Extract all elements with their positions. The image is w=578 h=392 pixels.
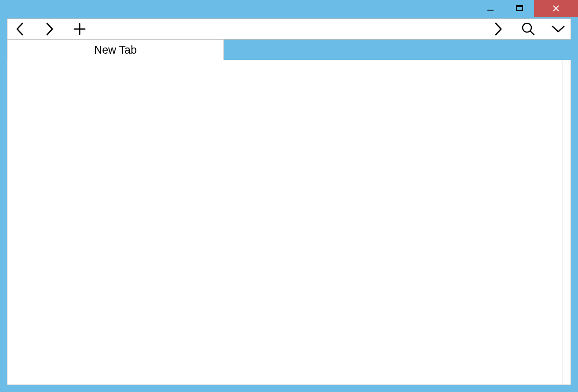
svg-point-7 bbox=[523, 23, 531, 32]
plus-icon bbox=[73, 22, 86, 36]
minimize-button[interactable] bbox=[476, 0, 505, 17]
svg-line-8 bbox=[530, 31, 534, 35]
search-button[interactable] bbox=[519, 20, 537, 38]
content-area bbox=[7, 60, 571, 385]
menu-button[interactable] bbox=[549, 20, 567, 38]
tab-strip: New Tab bbox=[7, 40, 571, 60]
go-button[interactable] bbox=[490, 20, 507, 38]
forward-button[interactable] bbox=[41, 20, 59, 38]
search-icon bbox=[521, 22, 535, 36]
maximize-button[interactable] bbox=[505, 0, 534, 17]
window-controls bbox=[476, 0, 578, 17]
tab-new-tab[interactable]: New Tab bbox=[7, 40, 224, 60]
new-tab-button[interactable] bbox=[71, 20, 88, 38]
chevron-right-icon bbox=[492, 22, 505, 37]
title-bar bbox=[0, 0, 578, 18]
chevron-left-icon bbox=[14, 22, 26, 37]
chevron-down-icon bbox=[551, 24, 566, 34]
toolbar bbox=[7, 18, 571, 40]
close-icon bbox=[552, 4, 560, 12]
maximize-icon bbox=[516, 4, 523, 12]
tab-label: New Tab bbox=[94, 44, 137, 56]
close-button[interactable] bbox=[534, 0, 578, 17]
back-button[interactable] bbox=[11, 20, 29, 38]
minimize-icon bbox=[487, 4, 494, 12]
chevron-right-icon bbox=[44, 22, 56, 37]
